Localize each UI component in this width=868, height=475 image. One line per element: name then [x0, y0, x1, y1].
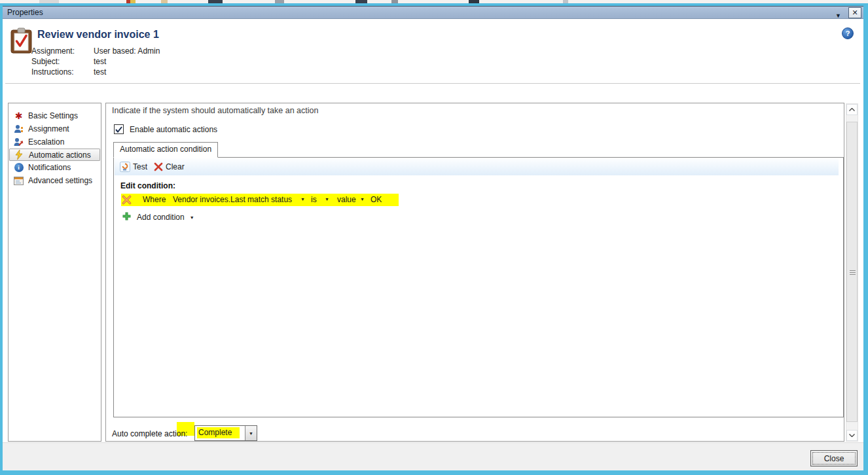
close-button-label: Close — [824, 454, 844, 463]
sidebar-item-advanced-settings[interactable]: Advanced settings — [9, 174, 101, 187]
help-button[interactable]: ? — [842, 27, 854, 39]
close-window-button[interactable]: ✕ — [848, 7, 861, 18]
field-label: Subject: — [31, 57, 92, 66]
vertical-scrollbar[interactable] — [846, 103, 858, 442]
sidebar-item-label: Basic Settings — [28, 111, 78, 120]
scroll-up-button[interactable] — [846, 104, 858, 115]
properties-dialog: { "window": { "title": "Properties" }, "… — [0, 0, 868, 475]
chevron-down-icon — [849, 434, 855, 437]
clear-button[interactable]: Clear — [154, 162, 185, 171]
sidebar-item-notifications[interactable]: i Notifications — [9, 161, 101, 174]
combobox-value: Complete — [195, 426, 245, 440]
header-separator — [5, 83, 860, 84]
field-label: Instructions: — [31, 67, 92, 77]
asterisk-icon: ✱ — [13, 111, 24, 121]
header-field-row: Instructions: test — [0, 67, 393, 78]
auto-complete-action-label: Auto complete action: — [112, 429, 187, 438]
sidebar-item-basic-settings[interactable]: ✱ Basic Settings — [9, 109, 101, 122]
field-value: User based: Admin — [94, 46, 160, 56]
enable-automatic-actions-row: Enable automatic actions — [114, 124, 217, 134]
lightning-icon — [14, 150, 25, 160]
condition-field-select[interactable]: Vendor invoices.Last match status — [173, 195, 292, 204]
header-field-row: Subject: test — [0, 57, 393, 67]
title-bar[interactable]: Properties ▼ ✕ — [3, 6, 863, 19]
scroll-down-button[interactable] — [846, 430, 858, 441]
chevron-down-icon: ▼ — [190, 215, 194, 220]
add-condition-label: Add condition — [137, 213, 185, 222]
workflow-element-title: Review vendor invoice 1 — [37, 29, 159, 41]
help-icon: ? — [846, 29, 850, 37]
close-icon: ✕ — [852, 9, 858, 16]
sidebar-item-escalation[interactable]: Escalation — [9, 135, 101, 149]
condition-editor: Test Clear Edit condition: Where Vendor … — [113, 157, 844, 417]
tab-automatic-action-condition[interactable]: Automatic action condition — [113, 142, 218, 158]
checkbox-label: Enable automatic actions — [130, 125, 217, 134]
edit-condition-label: Edit condition: — [120, 181, 175, 190]
person-icon — [13, 124, 24, 134]
condition-row: Where Vendor invoices.Last match status … — [114, 194, 843, 207]
chevron-down-icon[interactable]: ▼ — [300, 197, 305, 202]
clear-red-x-icon — [154, 162, 163, 171]
condition-valuetype-select[interactable]: value — [337, 195, 356, 204]
condition-keyword: Where — [143, 195, 166, 204]
add-plus-icon — [122, 211, 132, 223]
field-value: test — [94, 57, 106, 66]
enable-automatic-actions-checkbox[interactable] — [114, 124, 124, 134]
sidebar-item-label: Assignment — [28, 124, 69, 133]
remove-condition-icon[interactable] — [122, 195, 132, 207]
window-title: Properties — [7, 8, 43, 17]
panel-instruction: Indicate if the system should automatica… — [112, 106, 318, 115]
field-value: test — [94, 67, 106, 77]
chevron-up-icon — [849, 108, 855, 111]
condition-toolbar: Test Clear — [115, 158, 839, 175]
scrollbar-grip — [850, 270, 856, 275]
person-arrow-icon — [13, 137, 24, 147]
window-menu-arrow-icon[interactable]: ▼ — [835, 10, 841, 22]
test-icon — [120, 162, 130, 172]
settings-sidebar: ✱ Basic Settings Assignment Escalation A… — [8, 103, 101, 442]
auto-complete-action-combobox[interactable]: Complete ▼ — [194, 425, 257, 441]
chevron-down-icon: ▼ — [249, 431, 253, 436]
condition-operator-select[interactable]: is — [311, 195, 317, 204]
automatic-actions-panel: Indicate if the system should automatica… — [105, 103, 844, 442]
chevron-down-icon[interactable]: ▼ — [325, 197, 329, 202]
sidebar-item-label: Notifications — [28, 163, 71, 172]
sidebar-item-label: Escalation — [28, 137, 64, 147]
add-condition-button[interactable]: Add condition ▼ — [122, 211, 194, 223]
sidebar-item-assignment[interactable]: Assignment — [9, 122, 101, 135]
chevron-down-icon[interactable]: ▼ — [360, 197, 365, 202]
window-border-bottom — [0, 470, 868, 475]
combobox-dropdown-button[interactable]: ▼ — [245, 426, 257, 440]
sidebar-item-automatic-actions[interactable]: Automatic actions — [9, 149, 100, 161]
window-border-right — [863, 3, 868, 475]
dialog-footer: Close — [3, 442, 863, 470]
scrollbar-thumb[interactable] — [846, 122, 858, 422]
test-button[interactable]: Test — [120, 162, 147, 172]
form-window-icon — [13, 175, 24, 186]
condition-value[interactable]: OK — [371, 195, 382, 204]
header-field-row: Assignment: User based: Admin — [0, 46, 393, 57]
sidebar-item-label: Advanced settings — [28, 176, 92, 185]
field-label: Assignment: — [31, 46, 92, 56]
sidebar-item-label: Automatic actions — [29, 150, 91, 160]
info-icon: i — [13, 162, 24, 173]
close-button[interactable]: Close — [810, 450, 858, 466]
